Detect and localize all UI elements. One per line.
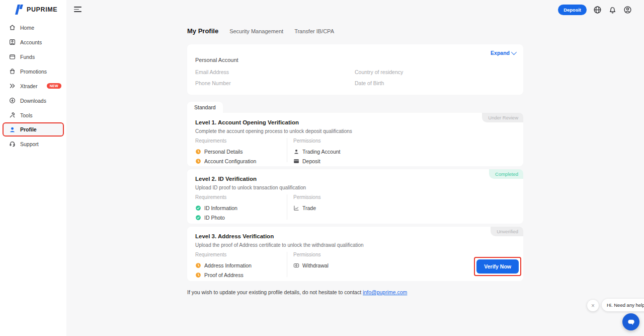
requirements-column: Requirements ID Information ID Photo bbox=[195, 194, 287, 220]
tab-transfer-ib-cpa[interactable]: Transfer IB/CPA bbox=[294, 28, 334, 34]
verify-now-button[interactable]: Verify Now bbox=[476, 259, 519, 274]
permission-item: Trading Account bbox=[293, 147, 515, 156]
requirement-label: Personal Details bbox=[204, 149, 243, 155]
sidebar-item-label: Tools bbox=[20, 112, 33, 118]
profile-tabs: My Profile Security Management Transfer … bbox=[187, 27, 334, 35]
chat-launcher-button[interactable] bbox=[622, 313, 639, 330]
requirement-label: Proof of Address bbox=[204, 272, 244, 278]
level-2-columns: Requirements ID Information ID Photo bbox=[195, 194, 515, 220]
personal-account-title: Personal Account bbox=[195, 57, 238, 63]
puprime-logo: PUPRIME bbox=[14, 5, 57, 15]
requirement-item: Account Configuration bbox=[195, 156, 287, 166]
sidebar-item-label: Accounts bbox=[20, 39, 42, 45]
sidebar-item-label: Profile bbox=[20, 126, 37, 132]
sidebar-item-profile[interactable]: Profile bbox=[3, 122, 64, 137]
chat-close-button[interactable]: × bbox=[587, 300, 599, 311]
tab-security-management[interactable]: Security Management bbox=[229, 28, 283, 34]
tab-my-profile[interactable]: My Profile bbox=[187, 27, 218, 35]
tools-icon bbox=[9, 112, 16, 118]
chat-greeting-bubble[interactable]: Hi. Need any help? bbox=[602, 299, 644, 311]
requirement-label: ID Information bbox=[204, 205, 237, 211]
requirement-item: Proof of Address bbox=[195, 270, 287, 280]
notifications-bell-icon[interactable] bbox=[608, 6, 617, 14]
permission-label: Trading Account bbox=[302, 149, 341, 155]
completed-check-icon bbox=[195, 215, 201, 221]
requirement-label: ID Photo bbox=[204, 215, 225, 221]
requirement-item: Address Information bbox=[195, 260, 287, 270]
new-badge: NEW bbox=[47, 83, 61, 89]
sidebar-item-tools[interactable]: Tools bbox=[0, 108, 66, 122]
trading-account-icon bbox=[293, 149, 299, 155]
sidebar-item-label: Home bbox=[20, 25, 34, 31]
requirement-item: ID Photo bbox=[195, 213, 287, 222]
requirement-label: Address Information bbox=[204, 262, 252, 268]
requirements-label: Requirements bbox=[195, 194, 287, 200]
level-1-subtitle: Complete the account opening process to … bbox=[195, 128, 352, 134]
status-badge: Completed bbox=[489, 169, 523, 179]
chat-bubble-icon bbox=[627, 318, 635, 326]
permission-label: Withdrawal bbox=[302, 262, 329, 268]
account-avatar-icon[interactable] bbox=[623, 6, 632, 14]
footer-note: If you wish to update your existing prof… bbox=[187, 289, 407, 295]
permission-label: Trade bbox=[302, 205, 316, 211]
date-of-birth-label: Date of Birth bbox=[355, 80, 384, 86]
chevron-down-icon bbox=[511, 49, 517, 55]
requirements-label: Requirements bbox=[195, 252, 287, 257]
tab-standard[interactable]: Standard bbox=[187, 102, 223, 113]
pending-clock-icon bbox=[195, 262, 201, 268]
level-1-title: Level 1. Account Opening Verification bbox=[195, 119, 299, 125]
requirement-label: Account Configuration bbox=[204, 158, 256, 164]
level-3-columns: Requirements Address Information Proof o… bbox=[195, 252, 515, 277]
pending-clock-icon bbox=[195, 272, 201, 278]
level-2-card: Completed Level 2. ID Verification Uploa… bbox=[187, 169, 523, 224]
profile-icon bbox=[9, 126, 16, 133]
expand-label: Expand bbox=[491, 50, 510, 56]
sidebar-item-label: Promotions bbox=[20, 69, 47, 75]
requirement-item: Personal Details bbox=[195, 147, 287, 156]
sidebar-item-label: Xtrader bbox=[20, 83, 37, 89]
requirements-label: Requirements bbox=[195, 138, 287, 144]
contact-email-link[interactable]: info@puprime.com bbox=[363, 289, 407, 295]
status-badge: Unverified bbox=[491, 227, 523, 236]
requirements-column: Requirements Personal Details Account Co… bbox=[195, 138, 287, 162]
funds-icon bbox=[9, 53, 16, 60]
sidebar-item-xtrader[interactable]: Xtrader NEW bbox=[0, 79, 66, 93]
accounts-icon bbox=[9, 39, 16, 45]
deposit-button[interactable]: Deposit bbox=[558, 5, 587, 15]
puprime-logo-icon bbox=[14, 5, 24, 15]
pending-clock-icon bbox=[195, 149, 201, 155]
promotions-icon bbox=[9, 68, 16, 75]
home-icon bbox=[9, 24, 16, 31]
trade-chart-icon bbox=[293, 205, 299, 211]
logo-text: PUPRIME bbox=[27, 6, 57, 13]
permission-label: Deposit bbox=[302, 158, 320, 164]
sidebar-item-downloads[interactable]: Downloads bbox=[0, 93, 66, 108]
permissions-label: Permissions bbox=[293, 138, 515, 144]
level-1-card: Under Review Level 1. Account Opening Ve… bbox=[187, 113, 523, 166]
permission-item: Trade bbox=[293, 203, 515, 213]
language-globe-icon[interactable] bbox=[593, 6, 602, 14]
level-3-title: Level 3. Address Verification bbox=[195, 233, 274, 239]
sidebar-item-promotions[interactable]: Promotions bbox=[0, 64, 66, 79]
footer-text: If you wish to update your existing prof… bbox=[187, 289, 361, 295]
country-of-residency-label: Country of residency bbox=[355, 69, 403, 75]
permissions-column: Permissions Trade bbox=[287, 194, 515, 220]
expand-toggle[interactable]: Expand bbox=[491, 50, 515, 56]
sidebar-item-label: Support bbox=[20, 141, 39, 147]
downloads-icon bbox=[9, 97, 16, 104]
level-3-subtitle: Upload the proof of Address certificate … bbox=[195, 242, 364, 248]
phone-number-label: Phone Number bbox=[195, 80, 231, 86]
app-screen: PUPRIME Home Accounts Funds bbox=[0, 0, 644, 336]
completed-check-icon bbox=[195, 205, 201, 211]
sidebar-item-funds[interactable]: Funds bbox=[0, 49, 66, 64]
sidebar-toggle-icon[interactable] bbox=[74, 7, 82, 13]
sidebar-item-support[interactable]: Support bbox=[0, 137, 66, 151]
permissions-label: Permissions bbox=[293, 194, 515, 200]
sidebar-item-home[interactable]: Home bbox=[0, 20, 66, 35]
verify-now-annotation: Verify Now bbox=[474, 257, 521, 276]
sidebar-item-accounts[interactable]: Accounts bbox=[0, 35, 66, 49]
level-2-title: Level 2. ID Verification bbox=[195, 176, 257, 182]
xtrader-icon bbox=[9, 83, 16, 89]
sidebar-item-label: Downloads bbox=[20, 98, 46, 104]
support-icon bbox=[9, 141, 16, 147]
